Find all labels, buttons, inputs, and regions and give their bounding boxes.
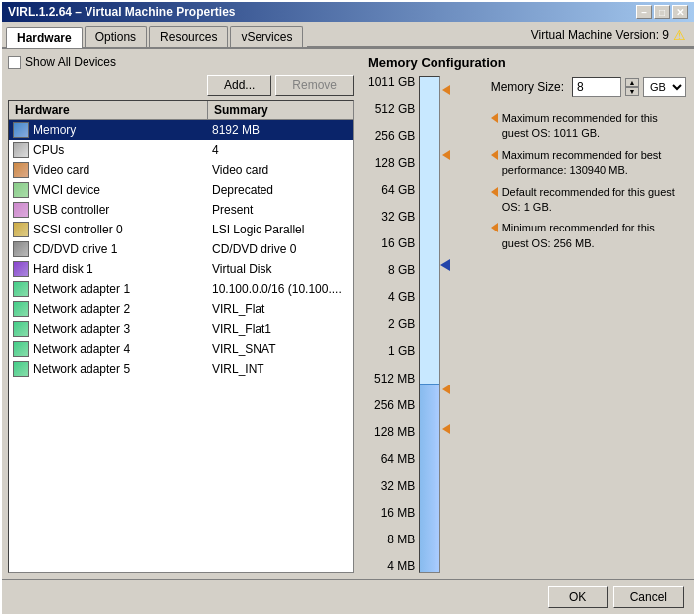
window-title: VIRL.1.2.64 – Virtual Machine Properties <box>8 5 236 19</box>
memory-icon <box>13 122 29 138</box>
table-row[interactable]: Network adapter 5VIRL_INT <box>9 359 353 379</box>
usb-icon <box>13 202 29 218</box>
memory-size-label: Memory Size: <box>491 80 564 94</box>
vm-version-label: Virtual Machine Version: 9 ⚠ <box>307 24 694 47</box>
hw-summary: Present <box>208 201 353 219</box>
header-summary: Summary <box>208 101 353 119</box>
slider-label: 256 MB <box>374 398 415 412</box>
show-all-checkbox[interactable] <box>8 56 21 69</box>
memory-unit-select[interactable]: MB GB <box>643 77 686 97</box>
memory-note: Maximum recommended for this guest OS: 1… <box>491 111 686 142</box>
table-row[interactable]: Hard disk 1Virtual Disk <box>9 259 353 279</box>
hardware-table: Hardware Summary Memory8192 MBCPUs4Video… <box>8 100 354 573</box>
marker-default <box>442 385 450 394</box>
memory-size-input[interactable] <box>572 77 621 97</box>
table-row[interactable]: VMCI deviceDeprecated <box>9 180 353 200</box>
slider-label: 64 GB <box>381 183 415 197</box>
hw-name: Network adapter 3 <box>9 319 208 339</box>
slider-section: 1011 GB512 GB256 GB128 GB64 GB32 GB16 GB… <box>368 76 485 573</box>
spin-up-button[interactable]: ▲ <box>625 78 639 87</box>
hw-name: Video card <box>9 160 208 180</box>
tab-resources[interactable]: Resources <box>149 26 228 47</box>
hw-summary: VIRL_Flat <box>208 300 353 318</box>
memory-controls: Memory Size: ▲ ▼ MB GB Maximum recommend… <box>491 76 686 573</box>
net-icon <box>13 341 29 357</box>
hw-name: Memory <box>9 120 208 140</box>
show-all-label: Show All Devices <box>25 55 116 69</box>
hw-name: VMCI device <box>9 180 208 200</box>
table-row[interactable]: Memory8192 MB <box>9 120 353 140</box>
remove-button[interactable]: Remove <box>275 75 354 96</box>
slider-label: 4 GB <box>388 290 415 304</box>
memory-config: 1011 GB512 GB256 GB128 GB64 GB32 GB16 GB… <box>368 76 686 573</box>
note-arrow-icon <box>491 150 498 160</box>
memory-note: Minimum recommended for this guest OS: 2… <box>491 221 686 251</box>
cd-icon <box>13 241 29 257</box>
maximize-button[interactable]: □ <box>654 5 670 19</box>
hw-summary: 8192 MB <box>208 121 353 139</box>
slider-label: 2 GB <box>388 317 415 331</box>
note-text: Default recommended for this guest OS: 1… <box>502 185 681 216</box>
slider-label: 32 MB <box>381 479 416 493</box>
marker-min <box>442 424 450 434</box>
hw-summary: 10.100.0.0/16 (10.100.... <box>208 280 353 298</box>
close-button[interactable]: ✕ <box>672 5 688 19</box>
slider-bar[interactable] <box>419 76 440 573</box>
right-panel: Memory Configuration 1011 GB512 GB256 GB… <box>360 49 694 579</box>
slider-handle[interactable] <box>440 259 450 271</box>
bottom-bar: OK Cancel <box>2 579 694 614</box>
slider-label: 16 MB <box>381 506 416 520</box>
tab-hardware[interactable]: Hardware <box>6 27 83 48</box>
hw-name: CPUs <box>9 140 208 160</box>
ok-button[interactable]: OK <box>548 586 608 608</box>
content-area: Show All Devices Add... Remove Hardware … <box>2 49 694 579</box>
table-row[interactable]: Network adapter 3VIRL_Flat1 <box>9 319 353 339</box>
hardware-table-header: Hardware Summary <box>9 101 353 120</box>
minimize-button[interactable]: – <box>636 5 652 19</box>
table-row[interactable]: USB controllerPresent <box>9 200 353 220</box>
slider-label: 32 GB <box>381 210 415 224</box>
marker-perf <box>442 150 450 160</box>
hw-summary: VIRL_Flat1 <box>208 320 353 338</box>
slider-label: 8 GB <box>388 263 415 277</box>
table-row[interactable]: CD/DVD drive 1CD/DVD drive 0 <box>9 239 353 259</box>
hw-summary: CD/DVD drive 0 <box>208 240 353 258</box>
memory-note: Maximum recommended for best performance… <box>491 148 686 179</box>
hw-name: Network adapter 4 <box>9 339 208 359</box>
memory-note: Default recommended for this guest OS: 1… <box>491 185 686 216</box>
table-row[interactable]: SCSI controller 0LSI Logic Parallel <box>9 220 353 239</box>
hw-summary: Video card <box>208 161 353 179</box>
left-panel: Show All Devices Add... Remove Hardware … <box>2 49 360 579</box>
net-icon <box>13 281 29 297</box>
table-row[interactable]: Network adapter 110.100.0.0/16 (10.100..… <box>9 279 353 299</box>
warning-icon: ⚠ <box>673 27 686 43</box>
table-row[interactable]: Network adapter 2VIRL_Flat <box>9 299 353 319</box>
marker-top <box>442 85 450 95</box>
show-all-row: Show All Devices <box>8 55 354 69</box>
note-text: Maximum recommended for best performance… <box>502 148 681 179</box>
slider-label: 1 GB <box>388 344 415 358</box>
hw-name: Network adapter 5 <box>9 359 208 379</box>
add-button[interactable]: Add... <box>207 75 271 96</box>
tab-options[interactable]: Options <box>85 26 147 47</box>
hw-name: SCSI controller 0 <box>9 220 208 239</box>
cancel-button[interactable]: Cancel <box>613 586 684 608</box>
table-row[interactable]: CPUs4 <box>9 140 353 160</box>
slider-label: 4 MB <box>387 559 415 573</box>
table-row[interactable]: Video cardVideo card <box>9 160 353 180</box>
hardware-rows: Memory8192 MBCPUs4Video cardVideo cardVM… <box>9 120 353 379</box>
title-bar-buttons: – □ ✕ <box>636 5 688 19</box>
hw-summary: LSI Logic Parallel <box>208 221 353 238</box>
hw-name: CD/DVD drive 1 <box>9 239 208 259</box>
tab-bar: HardwareOptionsResourcesvServices <box>2 22 307 47</box>
spin-down-button[interactable]: ▼ <box>625 87 639 96</box>
hw-name: Network adapter 1 <box>9 279 208 299</box>
hw-name: Network adapter 2 <box>9 299 208 319</box>
memory-notes: Maximum recommended for this guest OS: 1… <box>491 111 686 257</box>
table-row[interactable]: Network adapter 4VIRL_SNAT <box>9 339 353 359</box>
markers-col <box>440 76 454 573</box>
note-arrow-icon <box>491 113 498 123</box>
hw-summary: VIRL_SNAT <box>208 340 353 358</box>
net-icon <box>13 321 29 337</box>
tab-vservices[interactable]: vServices <box>230 26 303 47</box>
